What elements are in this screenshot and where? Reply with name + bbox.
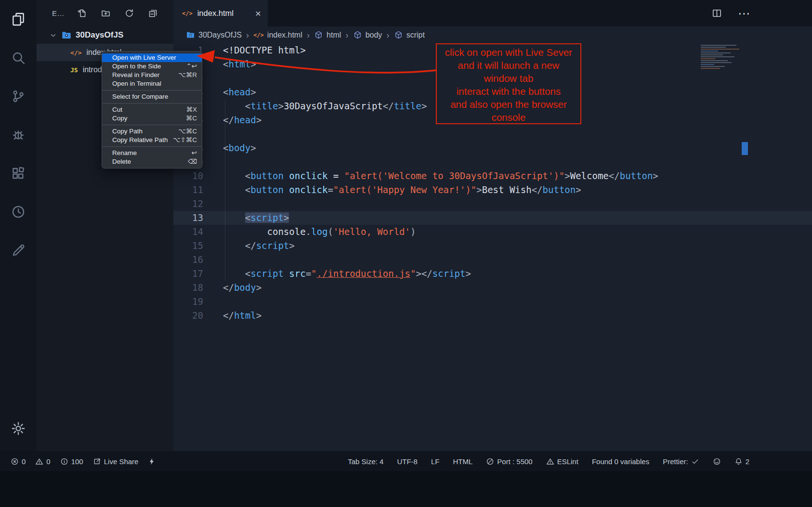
code-line[interactable]: 10 <button onclick = "alert('Welcome to …: [173, 169, 812, 183]
status-item[interactable]: Port : 5500: [486, 457, 532, 466]
status-item[interactable]: LF: [431, 457, 440, 466]
code-text: </html>: [223, 309, 262, 323]
context-menu-item[interactable]: Copy Relative Path⌥⇧⌘C: [102, 136, 202, 144]
status-text: HTML: [453, 457, 472, 466]
more-actions-icon[interactable]: ⋯: [738, 9, 750, 18]
status-item[interactable]: [148, 457, 156, 466]
context-menu-item[interactable]: Delete⌫: [102, 157, 202, 166]
code-file-icon: </>: [253, 32, 264, 39]
code-line[interactable]: 19: [173, 295, 812, 309]
info-icon: [60, 457, 68, 466]
code-line[interactable]: 11 <button onclick="alert('Happy New Yea…: [173, 183, 812, 197]
status-item[interactable]: 0: [35, 457, 50, 466]
source-control-icon[interactable]: [0, 77, 37, 116]
annotation-box: click on open with Live Severand it will…: [436, 43, 581, 124]
breadcrumb-index.html[interactable]: </>index.html: [253, 31, 302, 39]
code-text: <body>: [223, 141, 256, 155]
code-line[interactable]: 7: [173, 127, 812, 141]
code-text: <script src="./introduction.js"></script…: [223, 267, 471, 281]
new-folder-icon[interactable]: [101, 8, 111, 18]
status-item[interactable]: Found 0 variables: [592, 457, 649, 466]
chevron-down-icon: [49, 31, 57, 39]
collapse-all-icon[interactable]: [148, 8, 158, 18]
code-line[interactable]: 12: [173, 197, 812, 211]
context-menu-item[interactable]: Copy⌘C: [102, 114, 202, 123]
context-menu-item[interactable]: Select for Compare: [102, 92, 202, 101]
cube-icon: [394, 30, 403, 39]
status-text: Live Share: [104, 457, 139, 466]
tab-index-html[interactable]: </> index.html ×: [173, 0, 268, 26]
breadcrumb-30DaysOfJS[interactable]: 30DaysOfJS: [186, 30, 242, 39]
code-line[interactable]: 15 </script>: [173, 239, 812, 253]
folder-row-30daysofjs[interactable]: 30DaysOfJS: [37, 26, 173, 44]
code-line[interactable]: 8<body>: [173, 141, 812, 155]
breadcrumb-separator: ›: [307, 30, 310, 40]
status-item[interactable]: UTF-8: [397, 457, 418, 466]
split-editor-icon[interactable]: [711, 8, 722, 19]
lightning-icon: [148, 457, 156, 466]
code-text: </body>: [223, 281, 262, 295]
breadcrumb-script[interactable]: script: [394, 30, 425, 39]
context-menu-item[interactable]: Open with Live Server: [102, 53, 202, 62]
context-menu: Open with Live ServerOpen to the Side⌃↩R…: [102, 51, 202, 169]
line-number: 10: [173, 169, 203, 183]
code-line[interactable]: 20</html>: [173, 309, 812, 323]
code-text: console.log('Hello, World'): [223, 225, 416, 239]
feedback-icon[interactable]: [0, 231, 37, 270]
code-line[interactable]: 13 <script>: [173, 211, 812, 225]
status-item[interactable]: Tab Size: 4: [348, 457, 383, 466]
menu-item-label: Open in Terminal: [112, 79, 161, 88]
code-line[interactable]: 16: [173, 253, 812, 267]
status-item[interactable]: Live Share: [93, 457, 139, 466]
context-menu-item[interactable]: Cut⌘X: [102, 105, 202, 114]
code-line[interactable]: 9: [173, 155, 812, 169]
code-text: </head>: [223, 113, 262, 127]
status-item[interactable]: 2: [734, 457, 749, 466]
line-number: 11: [173, 183, 203, 197]
status-item[interactable]: [713, 457, 721, 466]
context-menu-item[interactable]: Rename↩: [102, 149, 202, 157]
minimap[interactable]: [701, 45, 745, 70]
breadcrumb-separator: ›: [345, 30, 348, 40]
status-bar: 00100Live Share Tab Size: 4UTF-8LFHTMLPo…: [0, 451, 812, 471]
code-line[interactable]: 18</body>: [173, 281, 812, 295]
status-item[interactable]: 100: [60, 457, 83, 466]
status-item[interactable]: Prettier:: [663, 457, 699, 466]
close-tab-icon[interactable]: ×: [255, 8, 261, 19]
status-item[interactable]: 0: [11, 457, 26, 466]
activity-bar: [0, 0, 37, 451]
extensions-icon[interactable]: [0, 154, 37, 193]
debug-icon[interactable]: [0, 116, 37, 154]
status-text: 100: [71, 457, 83, 466]
menu-separator: [103, 90, 201, 91]
context-menu-item[interactable]: Copy Path⌥⌘C: [102, 127, 202, 136]
search-icon[interactable]: [0, 39, 37, 77]
explorer-icon[interactable]: [0, 0, 37, 39]
code-line[interactable]: 17 <script src="./introduction.js"></scr…: [173, 267, 812, 281]
status-item[interactable]: HTML: [453, 457, 472, 466]
refresh-icon[interactable]: [124, 8, 134, 18]
menu-item-label: Select for Compare: [112, 92, 168, 101]
tab-bar: </> index.html × ⋯: [173, 0, 812, 26]
js-file-icon: JS: [70, 65, 78, 74]
code-line[interactable]: 14 console.log('Hello, World'): [173, 225, 812, 239]
menu-item-shortcut: ⌫: [188, 157, 197, 166]
context-menu-item[interactable]: Open to the Side⌃↩: [102, 62, 202, 71]
breadcrumb-separator: ›: [386, 30, 389, 40]
history-icon[interactable]: [0, 193, 37, 231]
check-icon: [691, 457, 699, 466]
context-menu-item[interactable]: Reveal in Finder⌥⌘R: [102, 71, 202, 79]
menu-item-label: Open with Live Server: [112, 53, 176, 62]
cube-icon: [314, 30, 323, 39]
context-menu-item[interactable]: Open in Terminal: [102, 79, 202, 88]
settings-gear-icon[interactable]: [0, 412, 37, 445]
smiley-icon: [713, 457, 721, 466]
line-number: 15: [173, 239, 203, 253]
annotation-text: interact with the buttons: [457, 85, 561, 98]
warning-icon: [35, 457, 43, 466]
breadcrumb-body[interactable]: body: [353, 30, 382, 39]
new-file-icon[interactable]: [77, 8, 87, 18]
status-item[interactable]: ESLint: [546, 457, 578, 466]
breadcrumb-html[interactable]: html: [314, 30, 341, 39]
menu-separator: [103, 125, 201, 125]
